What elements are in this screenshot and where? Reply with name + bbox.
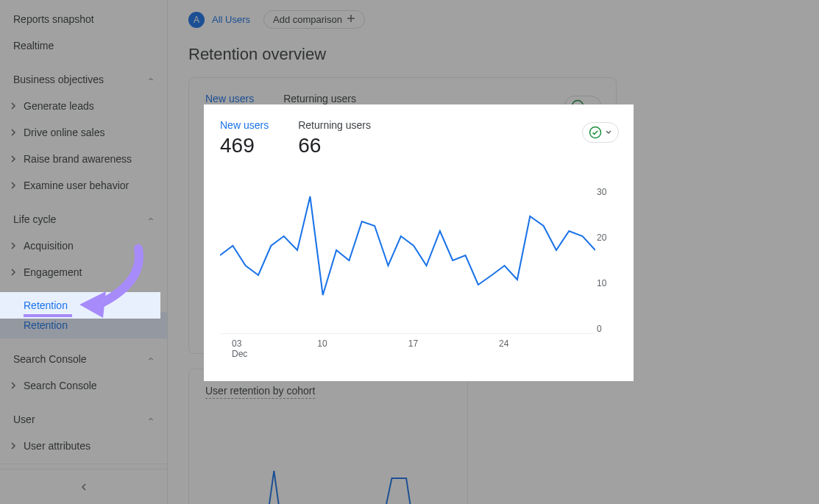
sidebar-section-life-cycle[interactable]: Life cycle: [0, 206, 167, 233]
sidebar-collapse-button[interactable]: [0, 469, 167, 504]
card-user-retention-by-cohort: User retention by cohort 03 Dec 10 17: [188, 369, 468, 504]
card-title[interactable]: User retention by cohort: [205, 385, 315, 399]
sidebar-section-user[interactable]: User: [0, 406, 167, 433]
page-title: Retention overview: [168, 39, 819, 77]
topbar: A All Users Add comparison: [168, 0, 819, 39]
caret-right-icon: [10, 155, 16, 163]
caret-right-icon: [10, 129, 16, 136]
metric-new-users-label[interactable]: New users: [205, 93, 254, 104]
x-tick: 24: [499, 338, 508, 360]
segment-avatar-badge[interactable]: A: [188, 12, 205, 28]
caret-right-icon: [10, 242, 16, 249]
chevron-up-icon: [146, 415, 155, 424]
x-tick: 10: [317, 338, 327, 360]
add-comparison-button[interactable]: Add comparison: [263, 10, 365, 29]
metric-returning-users-label: Returning users: [298, 119, 371, 131]
caret-down-icon: [605, 129, 612, 136]
y-tick: 20: [597, 233, 616, 243]
metric-returning-users-value: 66: [298, 134, 371, 157]
chevron-left-icon: [78, 481, 90, 493]
sidebar-item-search-console[interactable]: Search Console: [0, 372, 167, 399]
chevron-up-icon: [146, 215, 155, 224]
annotation-main-card-highlight: New users 469 Returning users 66 30 20 1…: [204, 104, 634, 381]
y-tick: 10: [597, 278, 616, 288]
sidebar-item-examine-user-behavior[interactable]: Examine user behavior: [0, 172, 167, 199]
segment-all-users[interactable]: All Users: [212, 14, 250, 25]
chart-new-users: 30 20 10 0: [220, 187, 595, 334]
chevron-up-icon: [146, 75, 155, 84]
caret-right-icon: [10, 442, 16, 450]
svg-point-6: [590, 127, 601, 138]
sidebar-item-library[interactable]: Library: [0, 464, 167, 469]
sidebar-section-search-console[interactable]: Search Console: [0, 346, 167, 372]
chevron-up-icon: [146, 355, 155, 363]
sidebar-item-raise-brand-awareness[interactable]: Raise brand awareness: [0, 146, 167, 172]
y-tick: 0: [597, 324, 616, 334]
metric-new-users-value: 469: [220, 134, 269, 157]
sidebar-item-user-attributes[interactable]: User attributes: [0, 433, 167, 459]
metric-new-users-label: New users: [220, 119, 269, 131]
sidebar-section-business-objectives[interactable]: Business objectives: [0, 66, 167, 93]
sidebar-item-reports-snapshot[interactable]: Reports snapshot: [0, 6, 167, 32]
caret-right-icon: [10, 269, 16, 276]
x-tick: 17: [408, 338, 418, 360]
quality-check-dropdown[interactable]: [582, 122, 619, 143]
sidebar-item-realtime[interactable]: Realtime: [0, 32, 167, 59]
annotation-sidebar-retention-highlight: Retention: [0, 292, 160, 319]
sidebar: Reports snapshot Realtime Business objec…: [0, 0, 168, 504]
x-tick: 03 Dec: [232, 338, 247, 360]
y-tick: 30: [597, 187, 616, 197]
chart-retention-cohort: [205, 456, 451, 504]
caret-right-icon: [10, 182, 16, 189]
sidebar-item-generate-leads[interactable]: Generate leads: [0, 93, 167, 119]
caret-right-icon: [10, 382, 16, 389]
sidebar-item-acquisition[interactable]: Acquisition: [0, 233, 167, 259]
metric-returning-users-label[interactable]: Returning users: [283, 93, 356, 104]
sidebar-item-drive-online-sales[interactable]: Drive online sales: [0, 119, 167, 146]
caret-right-icon: [10, 102, 16, 110]
check-circle-icon: [589, 126, 602, 139]
plus-icon: [347, 14, 355, 25]
sidebar-item-engagement[interactable]: Engagement: [0, 259, 167, 285]
